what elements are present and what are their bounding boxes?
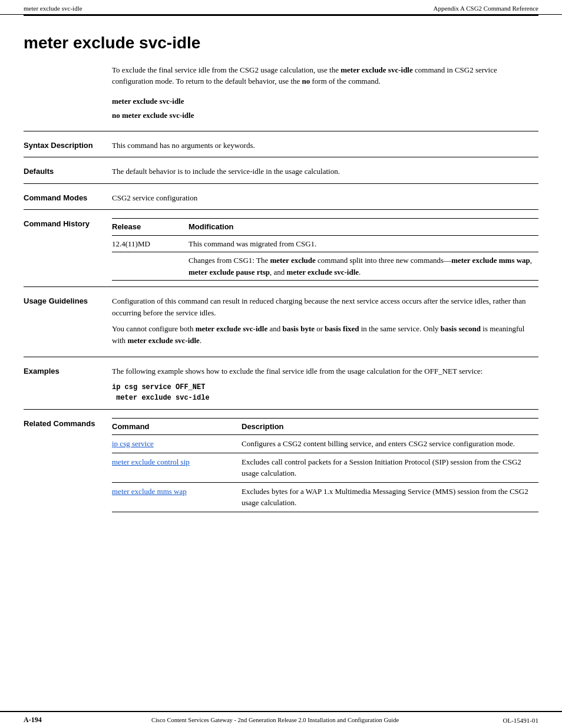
command-syntax-2: no meter exclude svc-idle: [112, 111, 538, 120]
history-col-release: Release: [112, 219, 189, 236]
examples-section: Examples The following example shows how…: [24, 357, 538, 403]
related-commands-label: Related Commands: [24, 418, 112, 512]
footer-center-text: Cisco Content Services Gateway - 2nd Gen…: [59, 717, 491, 723]
history-mod-1: This command was migrated from CSG1.: [189, 235, 538, 252]
usage-para-2: You cannot configure both meter exclude …: [112, 323, 538, 346]
page-header: meter exclude svc-idle Appendix A CSG2 C…: [0, 0, 562, 15]
intro-bold1: meter exclude svc-idle: [340, 65, 413, 74]
syntax-description-label: Syntax Description: [24, 140, 112, 151]
related-desc-2: Excludes call control packets for a Sess…: [242, 453, 538, 482]
related-cmd-link-3[interactable]: meter exclude mms wap: [112, 487, 187, 496]
related-cmd-link-2[interactable]: meter exclude control sip: [112, 457, 190, 466]
examples-intro: The following example shows how to exclu…: [112, 365, 538, 377]
history-row-2: Changes from CSG1: The meter exclude com…: [112, 252, 538, 281]
page-footer: A-194 Cisco Content Services Gateway - 2…: [0, 711, 562, 728]
examples-content: The following example shows how to exclu…: [112, 365, 538, 403]
bold-ug-svc-idle2: meter exclude svc-idle: [127, 336, 200, 345]
bold-ug-svc-idle: meter exclude svc-idle: [196, 324, 268, 333]
command-history-label: Command History: [24, 218, 112, 281]
examples-label: Examples: [24, 365, 112, 403]
related-commands-section: Related Commands Command Description ip …: [24, 409, 538, 512]
command-modes-section: Command Modes CSG2 service configuration: [24, 183, 538, 204]
command-history-section: Command History Release Modification 12.…: [24, 209, 538, 281]
related-cmd-2: meter exclude control sip: [112, 453, 242, 482]
footer-page-number: A-194: [24, 716, 59, 724]
history-release-2: [112, 252, 189, 281]
defaults-section: Defaults The default behavior is to incl…: [24, 157, 538, 177]
related-row-1: ip csg service Configures a CSG2 content…: [112, 435, 538, 453]
page-title: meter exclude svc-idle: [24, 34, 538, 52]
history-release-1: 12.4(11)MD: [112, 235, 189, 252]
defaults-label: Defaults: [24, 166, 112, 177]
usage-guidelines-section: Usage Guidelines Configuration of this c…: [24, 286, 538, 351]
command-modes-content: CSG2 service configuration: [112, 192, 538, 204]
related-commands-content: Command Description ip csg service Confi…: [112, 418, 538, 512]
command-history-content: Release Modification 12.4(11)MD This com…: [112, 218, 538, 281]
bold-pause-rtsp: meter exclude pause rtsp: [189, 268, 270, 276]
related-row-2: meter exclude control sip Excludes call …: [112, 453, 538, 482]
related-table: Command Description ip csg service Confi…: [112, 418, 538, 512]
defaults-content: The default behavior is to include the s…: [112, 166, 538, 177]
examples-code: ip csg service OFF_NET meter exclude svc…: [112, 382, 538, 403]
history-mod-2: Changes from CSG1: The meter exclude com…: [189, 252, 538, 281]
related-desc-1: Configures a CSG2 content billing servic…: [242, 435, 538, 453]
related-cmd-3: meter exclude mms wap: [112, 482, 242, 512]
syntax-description-section: Syntax Description This command has no a…: [24, 131, 538, 151]
usage-guidelines-content: Configuration of this command can result…: [112, 295, 538, 351]
related-cmd-1: ip csg service: [112, 435, 242, 453]
related-cmd-link-1[interactable]: ip csg service: [112, 439, 154, 448]
bold-ug-basis-byte: basis byte: [282, 324, 315, 333]
related-desc-3: Excludes bytes for a WAP 1.x Multimedia …: [242, 482, 538, 512]
history-table: Release Modification 12.4(11)MD This com…: [112, 218, 538, 281]
history-col-modification: Modification: [189, 219, 538, 236]
bold-ug-basis-fixed: basis fixed: [325, 324, 359, 333]
syntax-description-content: This command has no arguments or keyword…: [112, 140, 538, 151]
bold-meter-exclude: meter exclude: [270, 256, 315, 265]
usage-para-1: Configuration of this command can result…: [112, 295, 538, 318]
bold-svc-idle: meter exclude svc-idle: [287, 268, 359, 276]
intro-bold2: no: [302, 77, 310, 85]
related-col-description: Description: [242, 418, 538, 435]
related-row-3: meter exclude mms wap Excludes bytes for…: [112, 482, 538, 512]
header-right: Appendix A CSG2 Command Reference: [434, 5, 538, 12]
main-content: meter exclude svc-idle To exclude the fi…: [0, 16, 562, 554]
usage-guidelines-label: Usage Guidelines: [24, 295, 112, 351]
bold-mms-wap: meter exclude mms wap: [451, 256, 530, 265]
command-syntax-1: meter exclude svc-idle: [112, 97, 538, 106]
header-left: meter exclude svc-idle: [24, 5, 82, 12]
intro-paragraph: To exclude the final service idle from t…: [112, 64, 538, 87]
history-row-1: 12.4(11)MD This command was migrated fro…: [112, 235, 538, 252]
footer-right-text: OL-15491-01: [491, 717, 538, 724]
bold-ug-basis-second: basis second: [441, 324, 481, 333]
command-modes-label: Command Modes: [24, 192, 112, 204]
related-col-command: Command: [112, 418, 242, 435]
